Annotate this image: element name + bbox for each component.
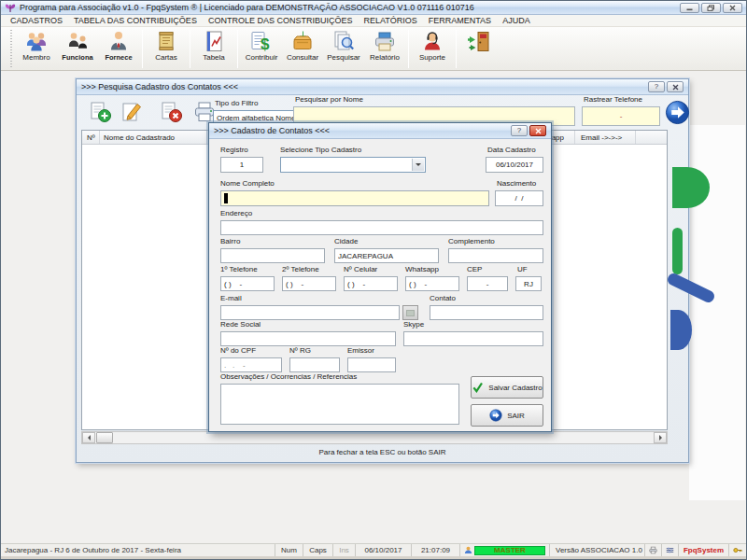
emissor-field[interactable]	[347, 357, 396, 372]
celular-field[interactable]: ( ) -	[344, 276, 398, 291]
toolbar-exit-button[interactable]	[459, 28, 500, 69]
add-record-icon[interactable]	[88, 100, 112, 124]
nascimento-field[interactable]: / /	[495, 190, 543, 206]
status-caps: Caps	[303, 544, 333, 556]
nascimento-label: Nascimento	[497, 179, 536, 188]
search-window-titlebar[interactable]: >>> Pesquisa Cadastro dos Contatos <<< ?	[77, 79, 688, 95]
scroll-right-icon[interactable]	[654, 432, 667, 443]
consult-icon	[289, 29, 316, 54]
menu-tabela-contribuicoes[interactable]: TABELA DAS CONTRIBUIÇÕES	[68, 16, 203, 25]
dialog-titlebar[interactable]: >>> Cadastro de Contatos <<< ?	[209, 123, 551, 139]
status-printer-segment[interactable]	[645, 544, 662, 556]
support-icon	[419, 29, 445, 54]
toolbar-separator	[237, 30, 238, 68]
column-name[interactable]: Nome do Cadastrado	[104, 133, 175, 142]
toolbar-pesquisar-button[interactable]: Pesquisar	[323, 28, 364, 69]
skype-field[interactable]	[403, 331, 543, 346]
search-help-button[interactable]: ?	[648, 81, 665, 92]
delete-record-icon[interactable]	[159, 100, 183, 124]
menu-ferramentas[interactable]: FERRAMENTAS	[423, 16, 497, 25]
column-number[interactable]: Nº	[87, 133, 95, 142]
toolbar-fornece-button[interactable]: Fornece	[98, 28, 139, 69]
toolbar-consultar-button[interactable]: Consultar	[282, 28, 323, 69]
toolbar-cartas-button[interactable]: Cartas	[146, 28, 187, 69]
rg-label: Nº RG	[289, 346, 311, 355]
toolbar-relatorio-button[interactable]: Relatório	[364, 28, 405, 69]
cep-field[interactable]: -	[467, 276, 508, 291]
uf-label: UF	[517, 265, 528, 273]
status-user: MASTER	[474, 546, 545, 555]
dialog-help-button[interactable]: ?	[511, 125, 528, 136]
email-field[interactable]	[220, 305, 400, 320]
rg-field[interactable]	[289, 357, 340, 372]
grid-horizontal-scrollbar[interactable]	[81, 431, 668, 444]
cep-label: CEP	[467, 265, 482, 273]
status-location: Jacarepagua - RJ 6 de Outubro de 2017 - …	[1, 544, 275, 556]
rede-social-label: Rede Social	[220, 320, 261, 329]
toolbar-tabela-label: Tabela	[203, 54, 225, 62]
employees-icon	[64, 29, 91, 54]
status-version-segment: Versão ASSOCIACAO 1.0	[550, 544, 645, 556]
filter-type-label: Tipo do Filtro	[215, 99, 258, 107]
salvar-cadastro-button[interactable]: Salvar Cadastro	[471, 376, 543, 399]
close-button[interactable]	[723, 3, 742, 13]
tipo-cadastro-label: Selecione Tipo Cadastro	[280, 146, 361, 154]
toolbar-contribuir-button[interactable]: $ Contribuir	[241, 28, 282, 69]
toolbar-relatorio-label: Relatório	[370, 54, 400, 62]
data-cadastro-field[interactable]: 06/10/2017	[486, 157, 543, 173]
dialog-title: >>> Cadastro de Contatos <<<	[214, 126, 330, 135]
menu-controle-contribuicoes[interactable]: CONTROLE DAS CONSTRIBUIÇÕES	[203, 16, 359, 25]
sair-button[interactable]: SAIR	[471, 404, 543, 427]
search-go-button[interactable]	[665, 100, 690, 125]
telefone1-field[interactable]: ( ) -	[220, 276, 275, 291]
close-icon	[535, 128, 542, 134]
endereco-field[interactable]	[220, 220, 543, 235]
menu-cadastros[interactable]: CADASTROS	[5, 16, 68, 25]
edit-record-icon[interactable]	[120, 100, 144, 124]
toolbar-suporte-label: Suporte	[419, 54, 445, 62]
restore-button[interactable]	[701, 3, 721, 13]
scrollbar-thumb[interactable]	[96, 432, 113, 443]
menu-ajuda[interactable]: AJUDA	[497, 16, 536, 25]
status-date: 06/10/2017	[356, 544, 412, 556]
status-settings-segment[interactable]	[662, 544, 679, 556]
contato-field[interactable]	[430, 305, 543, 320]
contato-label: Contato	[430, 294, 456, 302]
skype-label: Skype	[403, 320, 424, 329]
registro-label: Registro	[220, 146, 248, 154]
column-email[interactable]: Email ->->->	[581, 133, 622, 142]
dialog-close-button[interactable]	[529, 125, 546, 136]
app-logo-icon	[5, 3, 16, 13]
send-email-button[interactable]	[402, 305, 418, 320]
search-docs-icon	[331, 29, 357, 54]
chevron-down-icon[interactable]	[412, 159, 424, 171]
scroll-left-icon[interactable]	[82, 432, 95, 443]
cpf-label: Nº do CPF	[220, 346, 256, 355]
toolbar-suporte-button[interactable]: Suporte	[412, 28, 453, 69]
status-key-segment[interactable]	[729, 544, 746, 556]
toolbar-fornece-label: Fornece	[105, 54, 132, 62]
uf-field[interactable]: RJ	[515, 276, 542, 291]
toolbar-separator	[456, 30, 457, 68]
complemento-field[interactable]	[448, 248, 543, 263]
cpf-field[interactable]: . . -	[220, 357, 282, 372]
watermark-green-bar	[672, 228, 683, 274]
telefone2-field[interactable]: ( ) -	[282, 276, 336, 291]
bairro-field[interactable]	[220, 248, 325, 263]
search-close-button[interactable]	[667, 81, 684, 92]
text-cursor	[224, 193, 228, 203]
toolbar-membro-button[interactable]: Membro	[16, 28, 57, 69]
trace-phone-input[interactable]: -	[582, 106, 660, 126]
observacoes-field[interactable]	[220, 384, 459, 425]
whatsapp-field[interactable]: ( ) -	[405, 276, 459, 291]
tipo-cadastro-select[interactable]	[280, 157, 426, 173]
cidade-field[interactable]: JACAREPAGUA	[334, 248, 439, 263]
registro-field[interactable]: 1	[220, 157, 263, 173]
nome-completo-field[interactable]	[220, 190, 489, 206]
rede-social-field[interactable]	[220, 331, 396, 346]
toolbar-cartas-label: Cartas	[155, 54, 177, 62]
menu-relatorios[interactable]: RELATÓRIOS	[358, 16, 422, 25]
minimize-button[interactable]	[680, 3, 699, 13]
toolbar-tabela-button[interactable]: Tabela	[193, 28, 234, 69]
toolbar-funciona-button[interactable]: Funciona	[57, 28, 98, 69]
